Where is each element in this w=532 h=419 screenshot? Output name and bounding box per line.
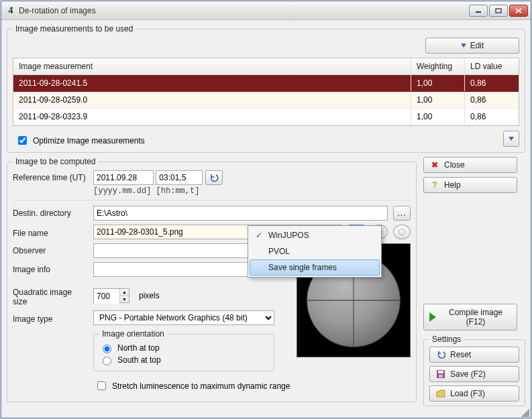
app-icon: 4 xyxy=(5,5,16,16)
table-row[interactable]: 2011-09-28-0241.5 1,00 0,86 xyxy=(13,75,519,92)
help-button[interactable]: ? Help xyxy=(423,177,517,193)
check-icon: ✓ xyxy=(254,230,264,241)
svg-rect-1 xyxy=(496,9,501,13)
ref-date-input[interactable] xyxy=(93,170,154,185)
settings-group: Settings Reset Save (F2) xyxy=(423,335,525,406)
svg-rect-6 xyxy=(439,375,443,377)
dest-directory-input[interactable] xyxy=(93,206,388,221)
close-icon xyxy=(515,8,522,13)
orientation-north-row[interactable]: North at top xyxy=(99,343,268,353)
close-button[interactable]: ✖ Close xyxy=(423,157,517,173)
image-size-input[interactable] xyxy=(94,289,119,304)
reset-icon xyxy=(435,349,446,360)
save-icon xyxy=(435,369,446,379)
resize-grip[interactable] xyxy=(521,409,529,417)
orientation-legend: Image orientation xyxy=(99,329,167,339)
orientation-south-radio[interactable] xyxy=(103,357,111,365)
measurements-expand-button[interactable] xyxy=(503,131,519,147)
orientation-north-label: North at top xyxy=(117,343,160,353)
ref-time-reset-button[interactable] xyxy=(205,170,223,185)
help-label: Help xyxy=(444,180,461,190)
measurements-legend: Image measurements to be used xyxy=(13,24,136,34)
ref-time-input[interactable] xyxy=(156,170,203,185)
folder-icon xyxy=(435,388,446,399)
close-window-button[interactable] xyxy=(509,5,528,17)
reset-button[interactable]: Reset xyxy=(429,347,519,363)
menu-item-save-single-frames[interactable]: Save single frames xyxy=(250,259,380,276)
play-icon xyxy=(429,312,436,322)
orientation-group: Image orientation North at top South at … xyxy=(93,329,274,371)
load-button[interactable]: Load (F3) xyxy=(429,385,519,402)
dest-label: Destin. directory xyxy=(13,206,88,218)
svg-rect-5 xyxy=(438,371,443,373)
cell-weighting: 1,00 xyxy=(411,92,465,108)
cell-weighting: 1,00 xyxy=(411,75,465,91)
type-label: Image type xyxy=(13,312,88,324)
menu-item-winjupos[interactable]: ✓ WinJUPOS xyxy=(250,227,380,243)
stretch-checkbox[interactable] xyxy=(97,381,106,390)
ref-time-label: Reference time (UT) xyxy=(13,170,88,182)
orientation-south-row[interactable]: South at top xyxy=(99,355,268,365)
stepper-up[interactable]: ▲ xyxy=(119,289,129,296)
col-ld[interactable]: LD value xyxy=(465,58,519,74)
table-body: 2011-09-28-0241.5 1,00 0,86 2011-09-28-0… xyxy=(13,75,519,125)
compute-legend: Image to be computed xyxy=(13,157,98,166)
stretch-checkbox-row[interactable]: Stretch luminescence to maximum dynamic … xyxy=(95,379,290,392)
table-row[interactable]: 2011-09-28-0323.9 1,00 0,86 xyxy=(13,109,519,125)
cell-weighting: 1,00 xyxy=(411,109,465,125)
compile-label: Compile image (F12) xyxy=(440,308,511,326)
col-weighting[interactable]: Weighting xyxy=(411,58,465,74)
orientation-north-radio[interactable] xyxy=(103,345,111,353)
compile-image-button[interactable]: Compile image (F12) xyxy=(423,304,517,331)
stretch-label: Stretch luminescence to maximum dynamic … xyxy=(112,381,290,391)
measurements-group: Image measurements to be used Edit Image… xyxy=(7,24,525,153)
minimize-button[interactable] xyxy=(469,5,488,17)
chevron-down-icon xyxy=(509,137,514,141)
col-measurement[interactable]: Image measurement xyxy=(13,58,411,74)
reset-label: Reset xyxy=(450,350,471,359)
file-options-menu: ✓ WinJUPOS PVOL Save single frames xyxy=(248,225,382,278)
chevron-down-icon xyxy=(461,44,466,48)
file-label: File name xyxy=(13,226,88,238)
cell-ld: 0,86 xyxy=(465,109,519,125)
menu-item-label: WinJUPOS xyxy=(268,231,309,240)
table-header: Image measurement Weighting LD value xyxy=(13,58,519,75)
maximize-icon xyxy=(495,8,502,13)
save-button[interactable]: Save (F2) xyxy=(429,366,519,382)
maximize-button[interactable] xyxy=(489,5,508,17)
info-label: Image info xyxy=(13,262,88,274)
save-label: Save (F2) xyxy=(450,369,486,379)
file-action-2-button[interactable] xyxy=(393,225,411,239)
edit-button[interactable]: Edit xyxy=(425,38,519,54)
image-size-stepper[interactable]: ▲ ▼ xyxy=(93,288,129,303)
cell-measurement: 2011-09-28-0241.5 xyxy=(13,75,411,91)
window-title: De-rotation of images xyxy=(19,6,469,15)
close-label: Close xyxy=(444,160,465,170)
load-label: Load (F3) xyxy=(450,389,485,398)
stepper-down[interactable]: ▼ xyxy=(119,296,129,303)
optimize-label: Optimize Image measurements xyxy=(33,136,145,145)
image-type-select[interactable]: PNG - Portable Network Graphics (48 bit) xyxy=(93,310,274,325)
size-unit: pixels xyxy=(139,291,160,300)
help-icon: ? xyxy=(429,180,440,190)
window-controls xyxy=(469,5,528,17)
titlebar: 4 De-rotation of images xyxy=(1,1,531,20)
settings-legend: Settings xyxy=(429,335,464,344)
observer-label: Observer xyxy=(13,243,88,255)
size-label: Quadratic image size xyxy=(13,285,88,306)
ellipsis-icon: ... xyxy=(397,208,406,218)
optimize-checkbox-row[interactable]: Optimize Image measurements xyxy=(15,134,145,147)
undo-icon xyxy=(209,173,219,182)
measurements-table: Image measurement Weighting LD value 201… xyxy=(13,58,519,126)
menu-item-label: PVOL xyxy=(268,247,290,256)
cell-measurement: 2011-09-28-0323.9 xyxy=(13,109,411,125)
menu-item-label: Save single frames xyxy=(268,263,337,272)
cell-ld: 0,86 xyxy=(465,92,519,108)
edit-label: Edit xyxy=(470,41,484,50)
menu-item-pvol[interactable]: PVOL xyxy=(250,243,380,259)
browse-directory-button[interactable]: ... xyxy=(393,206,411,221)
close-x-icon: ✖ xyxy=(429,160,440,170)
cell-measurement: 2011-09-28-0259.0 xyxy=(13,92,411,108)
optimize-checkbox[interactable] xyxy=(18,136,27,145)
table-row[interactable]: 2011-09-28-0259.0 1,00 0,86 xyxy=(13,92,519,109)
